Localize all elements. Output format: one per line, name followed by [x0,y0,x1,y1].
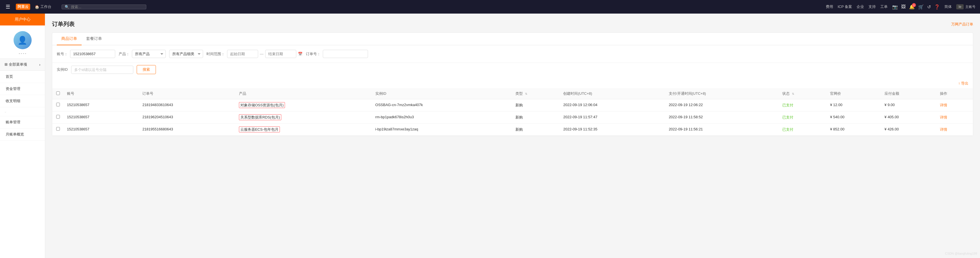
table-head: 账号 订单号 产品 实例ID 类型 ⇅ 创建时间(UTC+8) 支付/开通时间(… [52,88,973,99]
sidebar-all-menu-label: ⊞全部菜单项 [5,62,27,67]
cart-icon[interactable]: 🛒 [918,4,924,10]
nav-link-fees[interactable]: 费用 [826,4,833,9]
user-name-badge: Ie [956,4,964,9]
select-all-checkbox[interactable] [56,91,60,95]
help-icon[interactable]: ❓ [934,4,940,10]
row-account: 15210538657 [64,99,139,111]
sidebar-all-menu[interactable]: ⊞全部菜单项 › [0,59,45,71]
col-order-no: 订单号 [139,88,235,99]
home-icon: 🏠 [35,5,39,9]
search-button[interactable]: 搜索 [137,65,156,74]
row-created-time: 2022-09-19 11:57:47 [560,111,665,123]
nav-right-links: 费用 ICP 备案 企业 支持 工单 📷 🖼 🔔1 🛒 ↺ ❓ 简体 Ie 主账… [826,4,975,10]
product-select[interactable]: 所有产品 [132,50,166,58]
nav-link-workorder[interactable]: 工单 [880,4,888,9]
image-icon[interactable]: 🖼 [901,4,906,9]
row-action[interactable]: 详情 [937,111,973,123]
user-menu[interactable]: Ie 主账号 [956,4,975,9]
tab-product-order[interactable]: 商品订单 [57,33,82,45]
sidebar-chevron-icon: › [39,62,40,67]
main-content: 订单列表 万网产品订单 商品订单 套餐订单 账号： 产品： 所有产品 [45,14,980,258]
hamburger-menu[interactable]: ☰ [5,3,11,11]
sidebar-item-bill-manage[interactable]: 账单管理 [0,116,45,128]
row-official-price: ¥ 852.00 [827,123,881,136]
sidebar-username: - - - - [19,51,26,55]
sidebar-item-monthly-bill[interactable]: 月账单概览 [0,128,45,141]
page-header: 订单列表 万网产品订单 [52,20,973,28]
detail-link[interactable]: 详情 [940,127,947,131]
product-name: 云服务器ECS-包年包月 [239,127,280,132]
notification-badge: 1 [912,3,916,7]
table-row: 15210538657 218194833610643 对象存储OSS资源包(包… [52,99,973,111]
row-action[interactable]: 详情 [937,123,973,136]
logo: 阿里云 [16,4,30,10]
row-checkbox-cell[interactable] [52,123,64,136]
breadcrumb-label: 工作台 [40,4,51,9]
row-status: 已支付 [779,123,827,136]
detail-link[interactable]: 详情 [940,115,947,119]
start-date-input[interactable] [227,50,258,58]
nav-link-support[interactable]: 支持 [869,4,876,9]
account-input[interactable] [70,50,115,58]
product-name: 对象存储OSS资源包(包月) [239,102,285,108]
sub-product-select[interactable]: 所有产品细类 [169,50,203,58]
row-type: 新购 [512,111,560,123]
order-no-input[interactable] [323,50,368,58]
table-body: 15210538657 218194833610643 对象存储OSS资源包(包… [52,99,973,136]
order-no-label: 订单号： [306,51,321,56]
sidebar-user-center: 用户中心 [0,14,45,26]
row-paid-time: 2022-09-19 11:56:21 [665,123,779,136]
type-sort-icon: ⇅ [525,92,527,95]
row-created-time: 2022-09-19 11:52:35 [560,123,665,136]
row-order-no: 218196204510643 [139,111,235,123]
sidebar-item-fund[interactable]: 资金管理 [0,83,45,95]
tab-package-order[interactable]: 套餐订单 [82,33,107,45]
product-label: 产品： [119,51,130,56]
row-payable: ¥ 9.00 [881,99,937,111]
top-navigation: ☰ 阿里云 🏠 工作台 🔍 费用 ICP 备案 企业 支持 工单 📷 🖼 🔔1 … [0,0,980,14]
row-checkbox-cell[interactable] [52,99,64,111]
row-account: 15210538657 [64,111,139,123]
sidebar-item-arrow: ⌵ [0,107,45,116]
order-data-table: 账号 订单号 产品 实例ID 类型 ⇅ 创建时间(UTC+8) 支付/开通时间(… [52,88,973,136]
row-checkbox[interactable] [56,103,60,106]
nav-link-icp[interactable]: ICP 备案 [838,4,852,9]
col-type[interactable]: 类型 ⇅ [512,88,560,99]
row-payable: ¥ 405.00 [881,111,937,123]
avatar: 👤 [14,31,32,49]
sidebar-item-income[interactable]: 收支明细 [0,95,45,107]
checkbox-header[interactable] [52,88,64,99]
sidebar: 用户中心 👤 - - - - ⊞全部菜单项 › 首页 资金管理 收支明细 ⌵ 账… [0,14,45,258]
calendar-icon: 📅 [298,52,302,56]
search-bar[interactable]: 🔍 [62,5,146,9]
nav-link-enterprise[interactable]: 企业 [857,4,864,9]
status-badge: 已支付 [782,127,793,131]
search-input[interactable] [71,5,127,9]
filter-time-range: 时间范围： — 📅 [207,50,302,58]
export-link[interactable]: ↑ 导出 [958,81,969,86]
col-status[interactable]: 状态 ⇅ [779,88,827,99]
account-label: 账号： [57,51,68,56]
wanwang-product-link[interactable]: 万网产品订单 [951,22,973,27]
row-type: 新购 [512,99,560,111]
row-instance-id: rm-bp1padk678is2h0u3 [372,111,512,123]
notification-icon[interactable]: 🔔1 [909,4,915,10]
row-checkbox[interactable] [56,115,60,119]
row-product: 云服务器ECS-包年包月 [235,123,372,136]
language-toggle[interactable]: 简体 [944,4,952,9]
row-status: 已支付 [779,111,827,123]
screenshot-icon[interactable]: 📷 [892,4,898,10]
refresh-icon[interactable]: ↺ [927,4,931,10]
row-instance-id: OSSBAG-cn-7mz2vmka407k [372,99,512,111]
end-date-input[interactable] [265,50,296,58]
date-separator: — [260,52,264,56]
sidebar-item-home[interactable]: 首页 [0,71,45,83]
detail-link[interactable]: 详情 [940,103,947,107]
row-product: 对象存储OSS资源包(包月) [235,99,372,111]
row-action[interactable]: 详情 [937,99,973,111]
row-checkbox-cell[interactable] [52,111,64,123]
col-official-price: 官网价 [827,88,881,99]
filter-bar-row2: 实例ID 搜索 [52,63,973,79]
row-checkbox[interactable] [56,127,60,131]
instance-id-input[interactable] [71,66,133,74]
